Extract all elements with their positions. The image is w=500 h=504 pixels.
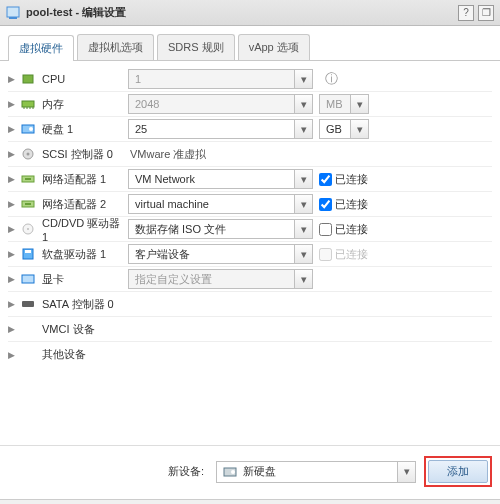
cdrom-value: 数据存储 ISO 文件 xyxy=(129,222,294,237)
tab-vapp[interactable]: vApp 选项 xyxy=(238,34,310,60)
chevron-down-icon[interactable]: ▾ xyxy=(294,245,312,263)
network-icon xyxy=(20,172,36,186)
chevron-down-icon[interactable]: ▾ xyxy=(294,220,312,238)
disc-icon xyxy=(20,222,36,236)
tab-sdrs[interactable]: SDRS 规则 xyxy=(157,34,235,60)
network-icon xyxy=(20,197,36,211)
svg-rect-19 xyxy=(25,250,31,253)
row-cdrom: ▶ CD/DVD 驱动器 1 数据存储 ISO 文件 ▾ 已连接 xyxy=(8,217,492,242)
chevron-down-icon[interactable]: ▾ xyxy=(294,120,312,138)
add-button[interactable]: 添加 xyxy=(428,460,488,483)
nic2-select[interactable]: virtual machine ▾ xyxy=(128,194,313,214)
vmci-label: VMCI 设备 xyxy=(42,322,128,337)
expand-icon[interactable]: ▶ xyxy=(8,199,20,209)
new-device-bar: 新设备: 新硬盘 ▾ 添加 xyxy=(0,445,500,499)
chevron-down-icon[interactable]: ▾ xyxy=(350,95,368,113)
connected-label: 已连接 xyxy=(335,247,368,262)
video-icon xyxy=(20,272,36,286)
info-icon[interactable]: ⓘ xyxy=(325,70,338,88)
vm-icon xyxy=(6,6,20,20)
chevron-down-icon[interactable]: ▾ xyxy=(350,120,368,138)
svg-point-17 xyxy=(27,228,29,230)
restore-button[interactable]: ❐ xyxy=(478,5,494,21)
svg-point-23 xyxy=(231,470,235,474)
new-device-select[interactable]: 新硬盘 ▾ xyxy=(216,461,416,483)
expand-icon[interactable]: ▶ xyxy=(8,149,20,159)
nic1-connected-checkbox[interactable]: 已连接 xyxy=(319,172,368,187)
memory-label: 内存 xyxy=(42,97,128,112)
window-title: pool-test - 编辑设置 xyxy=(26,5,126,20)
tab-hardware[interactable]: 虚拟硬件 xyxy=(8,35,74,61)
tabs: 虚拟硬件 虚拟机选项 SDRS 规则 vApp 选项 xyxy=(0,26,500,61)
row-nic2: ▶ 网络适配器 2 virtual machine ▾ 已连接 xyxy=(8,192,492,217)
svg-rect-1 xyxy=(9,17,17,19)
svg-point-9 xyxy=(29,127,33,131)
row-vmci: ▶ VMCI 设备 xyxy=(8,317,492,342)
tab-vmoptions[interactable]: 虚拟机选项 xyxy=(77,34,154,60)
expand-icon[interactable]: ▶ xyxy=(8,249,20,259)
nic2-connected-checkbox[interactable]: 已连接 xyxy=(319,197,368,212)
floppy-label: 软盘驱动器 1 xyxy=(42,247,128,262)
checkbox[interactable] xyxy=(319,223,332,236)
help-button[interactable]: ? xyxy=(458,5,474,21)
nic1-select[interactable]: VM Network ▾ xyxy=(128,169,313,189)
expand-icon[interactable]: ▶ xyxy=(8,350,20,360)
expand-icon[interactable]: ▶ xyxy=(8,224,20,234)
expand-icon[interactable]: ▶ xyxy=(8,324,20,334)
checkbox[interactable] xyxy=(319,173,332,186)
expand-icon[interactable]: ▶ xyxy=(8,274,20,284)
chevron-down-icon[interactable]: ▾ xyxy=(294,70,312,88)
svg-rect-3 xyxy=(22,101,34,107)
disk-select[interactable]: 25 ▾ xyxy=(128,119,313,139)
disk-value: 25 xyxy=(129,123,294,135)
memory-select[interactable]: 2048 ▾ xyxy=(128,94,313,114)
blank-icon xyxy=(20,348,36,362)
floppy-icon xyxy=(20,247,36,261)
chevron-down-icon[interactable]: ▾ xyxy=(397,462,415,482)
svg-rect-2 xyxy=(23,75,33,83)
chevron-down-icon[interactable]: ▾ xyxy=(294,170,312,188)
svg-rect-0 xyxy=(7,7,19,17)
expand-icon[interactable]: ▶ xyxy=(8,124,20,134)
row-other: ▶ 其他设备 xyxy=(8,342,492,367)
connected-label: 已连接 xyxy=(335,172,368,187)
add-highlight: 添加 xyxy=(424,456,492,487)
svg-rect-13 xyxy=(25,178,31,180)
video-label: 显卡 xyxy=(42,272,128,287)
video-value: 指定自定义设置 xyxy=(129,272,294,287)
svg-point-11 xyxy=(27,153,30,156)
floppy-connected-checkbox: 已连接 xyxy=(319,247,368,262)
row-disk: ▶ 硬盘 1 25 ▾ GB ▾ xyxy=(8,117,492,142)
expand-icon[interactable]: ▶ xyxy=(8,74,20,84)
cpu-icon xyxy=(20,72,36,86)
cdrom-connected-checkbox[interactable]: 已连接 xyxy=(319,222,368,237)
memory-value: 2048 xyxy=(129,98,294,110)
svg-rect-20 xyxy=(22,275,34,283)
memory-icon xyxy=(20,97,36,111)
disk-unit: GB xyxy=(320,123,350,135)
row-sata: ▶ SATA 控制器 0 xyxy=(8,292,492,317)
expand-icon[interactable]: ▶ xyxy=(8,99,20,109)
new-device-label: 新设备: xyxy=(168,464,204,479)
scsi-value: VMware 准虚拟 xyxy=(128,147,206,162)
expand-icon[interactable]: ▶ xyxy=(8,299,20,309)
disk-unit-select[interactable]: GB ▾ xyxy=(319,119,369,139)
nic2-label: 网络适配器 2 xyxy=(42,197,128,212)
video-select[interactable]: 指定自定义设置 ▾ xyxy=(128,269,313,289)
row-floppy: ▶ 软盘驱动器 1 客户端设备 ▾ 已连接 xyxy=(8,242,492,267)
row-cpu: ▶ CPU 1 ▾ ⓘ xyxy=(8,67,492,92)
expand-icon[interactable]: ▶ xyxy=(8,174,20,184)
disk-label: 硬盘 1 xyxy=(42,122,128,137)
cdrom-select[interactable]: 数据存储 ISO 文件 ▾ xyxy=(128,219,313,239)
chevron-down-icon[interactable]: ▾ xyxy=(294,195,312,213)
floppy-select[interactable]: 客户端设备 ▾ xyxy=(128,244,313,264)
checkbox[interactable] xyxy=(319,198,332,211)
chevron-down-icon[interactable]: ▾ xyxy=(294,270,312,288)
cdrom-label: CD/DVD 驱动器 1 xyxy=(42,216,128,243)
scsi-icon xyxy=(20,147,36,161)
cpu-select[interactable]: 1 ▾ xyxy=(128,69,313,89)
memory-unit-select[interactable]: MB ▾ xyxy=(319,94,369,114)
chevron-down-icon[interactable]: ▾ xyxy=(294,95,312,113)
svg-rect-21 xyxy=(22,301,34,307)
sata-icon xyxy=(20,297,36,311)
